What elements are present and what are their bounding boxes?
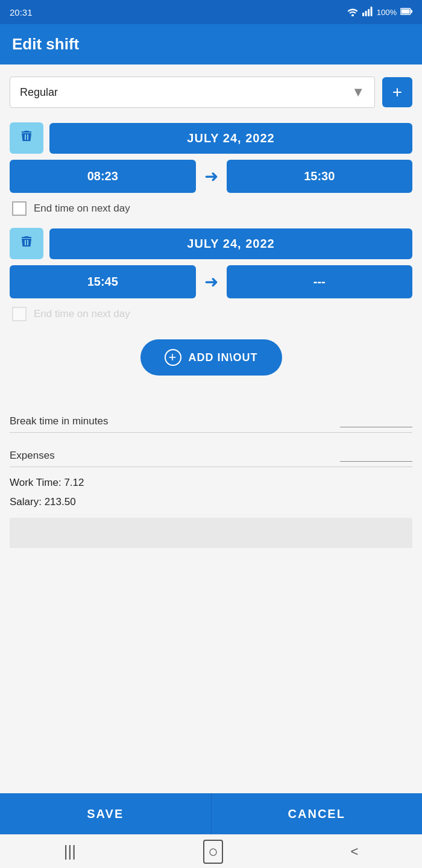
next-day-1-checkbox[interactable] [12,201,27,216]
date-row-1: JULY 24, 2022 [10,122,412,154]
arrow-right-icon: ➜ [196,166,227,186]
work-time-label: Work Time: [10,477,61,488]
status-bar: 20:31 100% [0,0,422,24]
work-time-value: 7.12 [64,477,84,488]
battery-icon [400,7,412,17]
expenses-label: Expenses [10,450,55,462]
break-time-input[interactable] [340,413,412,427]
svg-rect-0 [362,13,364,16]
add-inout-container: + ADD IN\OUT [10,333,412,392]
save-button[interactable]: SAVE [0,793,211,834]
next-day-1-label: End time on next day [34,203,130,215]
time-row-1: 08:23 ➜ 15:30 [10,160,412,193]
start-time-2-button[interactable]: 15:45 [10,265,196,298]
shift-type-dropdown[interactable]: Regular ▼ [10,77,375,108]
expenses-row: Expenses [10,439,412,467]
expenses-input[interactable] [340,447,412,462]
add-inout-label: ADD IN\OUT [189,351,258,364]
status-right: 100% [347,7,412,18]
salary-label: Salary: [10,496,42,508]
chevron-down-icon: ▼ [351,84,365,100]
nav-bar: ||| ○ < [0,834,422,868]
shift-type-row: Regular ▼ + [10,77,412,108]
next-day-1-row: End time on next day [10,201,412,216]
date-2-button[interactable]: JULY 24, 2022 [49,228,412,259]
add-shift-button[interactable]: + [382,77,412,107]
shift-block-1: JULY 24, 2022 08:23 ➜ 15:30 End time on … [10,122,412,216]
nav-back-icon[interactable]: < [350,844,358,860]
break-time-row: Break time in minutes [10,404,412,433]
date-1-button[interactable]: JULY 24, 2022 [49,123,412,154]
work-time-row: Work Time: 7.12 [10,473,412,492]
svg-rect-6 [402,9,410,13]
break-time-label: Break time in minutes [10,415,108,427]
trash-icon-2 [19,234,34,253]
add-inout-button[interactable]: + ADD IN\OUT [140,339,282,376]
svg-rect-5 [411,10,413,13]
end-time-2-button[interactable]: --- [227,265,413,298]
app-header: Edit shift [0,24,422,64]
salary-row: Salary: 213.50 [10,492,412,512]
wifi-icon [347,7,359,18]
header-title: Edit shift [12,35,79,53]
start-time-1-button[interactable]: 08:23 [10,160,196,193]
battery-level: 100% [377,8,397,17]
signal-icon [362,7,373,18]
next-day-2-row: End time on next day [10,307,412,321]
svg-rect-1 [365,11,367,16]
shift-type-label: Regular [20,86,58,99]
next-day-2-label: End time on next day [34,308,130,320]
nav-menu-icon[interactable]: ||| [64,842,76,861]
trash-icon [19,129,34,147]
date-row-2: JULY 24, 2022 [10,228,412,259]
nav-home-icon[interactable]: ○ [203,840,223,864]
delete-shift-1-button[interactable] [10,122,43,154]
delete-shift-2-button[interactable] [10,228,43,259]
circle-plus-icon: + [165,349,181,366]
salary-value: 213.50 [45,496,76,508]
next-day-2-checkbox [12,307,27,321]
end-time-1-button[interactable]: 15:30 [227,160,413,193]
notes-area[interactable] [10,518,412,548]
svg-rect-2 [368,9,370,16]
arrow-right-icon-2: ➜ [196,272,227,292]
bottom-buttons: SAVE CANCEL [0,793,422,834]
svg-rect-3 [370,7,372,16]
time-row-2: 15:45 ➜ --- [10,265,412,298]
cancel-button[interactable]: CANCEL [211,793,423,834]
shift-block-2: JULY 24, 2022 15:45 ➜ --- End time on ne… [10,228,412,321]
status-time: 20:31 [10,7,33,17]
main-content: Regular ▼ + JULY 24, 2022 08:23 ➜ 15:30 … [0,64,422,793]
